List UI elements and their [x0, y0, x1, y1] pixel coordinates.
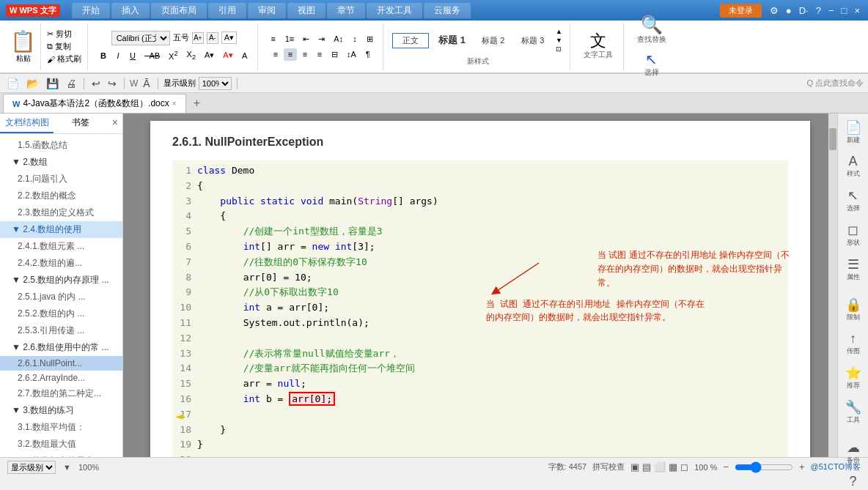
login-button[interactable]: 未登录 — [720, 4, 762, 18]
font-family-select[interactable]: Calibri (正文) — [111, 31, 170, 45]
website-link[interactable]: @51CTO博客 — [811, 461, 861, 472]
indent-increase-btn[interactable]: ⇥ — [315, 33, 328, 45]
pilcrow-btn[interactable]: ¶ — [361, 48, 375, 61]
doc-tab-close-btn[interactable]: × — [172, 100, 177, 108]
rp-new-btn[interactable]: 📄 新建 — [839, 116, 867, 148]
sidebar-tab-structure[interactable]: 文档结构图 — [0, 114, 54, 133]
search-icon[interactable]: D· — [797, 5, 811, 16]
minimize-icon[interactable]: − — [826, 5, 836, 16]
strikethrough-btn[interactable]: −AB — [141, 50, 163, 62]
sidebar-item-19[interactable]: 3.3.将数组中的元素 ... — [0, 453, 122, 457]
view-mode-select[interactable]: 显示级别 — [7, 461, 56, 474]
zoom-out-btn[interactable]: − — [723, 461, 729, 472]
view-icon-2[interactable]: ▤ — [642, 461, 651, 472]
sidebar-item-7[interactable]: 2.4.2.数组的遍... — [0, 255, 122, 272]
rp-style-btn[interactable]: A 样式 — [839, 151, 867, 182]
paste-icon[interactable]: 📋 — [10, 29, 36, 53]
italic-btn[interactable]: I — [111, 50, 125, 62]
style-h3[interactable]: 标题 3 — [515, 33, 551, 48]
restore-icon[interactable]: □ — [839, 5, 850, 16]
sidebar-item-17[interactable]: 3.1.数组平均值： — [0, 419, 122, 436]
zoom-in-btn[interactable]: + — [799, 461, 805, 472]
sidebar-item-15[interactable]: 2.7.数组的第二种定... — [0, 385, 122, 402]
scrollbar-thumb[interactable] — [829, 128, 836, 150]
rp-restrict-btn[interactable]: 🔒 限制 — [839, 294, 867, 325]
align-right-btn[interactable]: ≡ — [298, 48, 312, 61]
format-icon[interactable]: Ā — [141, 77, 152, 90]
save-icon[interactable]: 💾 — [44, 77, 61, 90]
style-h1[interactable]: 标题 1 — [432, 31, 472, 49]
tab-cloud[interactable]: 云服务 — [424, 3, 471, 18]
print-icon[interactable]: 🖨 — [64, 77, 78, 90]
rp-tools-btn[interactable]: 🔧 工具 — [839, 396, 867, 428]
direction-btn[interactable]: A↕ — [330, 33, 347, 45]
rp-props-btn[interactable]: ☰ 属性 — [839, 253, 867, 285]
tab-insert[interactable]: 插入 — [111, 3, 150, 18]
style-normal[interactable]: 正文 — [392, 33, 429, 48]
char-border-btn[interactable]: A — [238, 50, 251, 62]
line-spacing-btn[interactable]: ↕ — [348, 33, 361, 45]
column-btn[interactable]: ⊟ — [328, 48, 342, 61]
spell-check[interactable]: 拼写校查 — [592, 461, 625, 472]
cut-btn[interactable]: ✂剪切 — [47, 29, 81, 40]
sidebar-item-13[interactable]: 2.6.1.NullPoint... — [0, 356, 122, 371]
doc-tab-add-btn[interactable]: + — [186, 94, 207, 113]
open-icon[interactable]: 📂 — [24, 77, 41, 90]
sidebar-item-14[interactable]: 2.6.2.ArrayInde... — [0, 371, 122, 385]
sidebar-tab-bookmark[interactable]: 书签 — [54, 114, 107, 133]
sidebar-item-4[interactable]: 2.3.数组的定义格式 — [0, 204, 122, 221]
help-icon[interactable]: ● — [784, 5, 794, 16]
rp-help-btn[interactable]: ? 帮助 — [839, 471, 867, 490]
question-icon[interactable]: ? — [814, 5, 823, 16]
style-h2[interactable]: 标题 2 — [475, 33, 512, 48]
sidebar-item-2[interactable]: 2.1.问题引入 — [0, 171, 122, 188]
find-replace-btn[interactable]: 🔍 查找替换 — [633, 13, 671, 48]
border-shading-btn[interactable]: ⊞ — [363, 33, 377, 45]
style-expand[interactable]: ⊡ — [556, 45, 562, 53]
rp-select-btn[interactable]: ↖ 选择 — [839, 185, 867, 216]
rp-recommend-btn[interactable]: ⭐ 推荐 — [839, 362, 867, 393]
sidebar-item-10[interactable]: 2.5.2.数组的内 ... — [0, 305, 122, 322]
sidebar-item-3[interactable]: 2.2.数组的概念 — [0, 188, 122, 204]
undo-icon[interactable]: ↩ — [89, 77, 103, 90]
close-icon[interactable]: × — [852, 5, 862, 16]
sidebar-item-0[interactable]: 1.5.函数总结 — [0, 137, 122, 154]
font-color-btn[interactable]: A▾ — [221, 31, 237, 44]
sidebar-item-8[interactable]: ▼ 2.5.数组的内存原理 ... — [0, 272, 122, 289]
view-icon-1[interactable]: ▣ — [630, 461, 639, 472]
font-size-increase[interactable]: A+ — [192, 32, 204, 44]
view-icon-4[interactable]: ▦ — [669, 461, 677, 472]
tab-reference[interactable]: 引用 — [208, 3, 246, 18]
align-justify-btn[interactable]: ≡ — [313, 48, 326, 61]
sidebar-item-1[interactable]: ▼ 2.数组 — [0, 154, 122, 171]
format-paint-btn[interactable]: 🖌格式刷 — [47, 53, 81, 64]
font-size-decrease[interactable]: A- — [207, 32, 218, 44]
underline-btn[interactable]: U — [126, 50, 139, 62]
zoom-select[interactable]: 100% — [199, 77, 232, 90]
font-color-btn2[interactable]: A▾ — [219, 49, 236, 62]
tab-review[interactable]: 审阅 — [248, 3, 286, 18]
sidebar-item-18[interactable]: 3.2.数组最大值 — [0, 436, 122, 453]
sort-btn[interactable]: ↕A — [343, 48, 360, 61]
superscript-btn[interactable]: X2 — [165, 48, 181, 62]
sidebar-item-12[interactable]: ▼ 2.6.数组使用中的常 ... — [0, 339, 122, 356]
rp-upload-btn[interactable]: ↑ 传图 — [839, 328, 867, 359]
highlight-btn[interactable]: A▾ — [201, 49, 218, 62]
style-scroll-down[interactable]: ▼ — [556, 37, 562, 45]
select-btn[interactable]: ↖ 选择 — [637, 49, 666, 81]
sidebar-item-6[interactable]: 2.4.1.数组元素 ... — [0, 238, 122, 255]
numlist-btn[interactable]: 1≡ — [282, 33, 298, 45]
view-icon-3[interactable]: ⬜ — [654, 461, 666, 472]
copy-btn[interactable]: ⧉复制 — [47, 41, 81, 52]
tab-home[interactable]: 开始 — [72, 3, 110, 18]
tab-devtools[interactable]: 开发工具 — [367, 3, 422, 18]
style-scroll-up[interactable]: ▲ — [556, 28, 562, 36]
doc-scroll[interactable]: 2.6.1. NullPointerException 1 class Demo… — [123, 114, 837, 457]
text-tool-btn[interactable]: 文 文字工具 — [579, 30, 617, 63]
tab-layout[interactable]: 页面布局 — [151, 3, 207, 18]
sidebar-item-5[interactable]: ▼ 2.4.数组的使用 — [0, 221, 122, 238]
sidebar-item-11[interactable]: 2.5.3.引用传递 ... — [0, 322, 122, 339]
sidebar-close-btn[interactable]: × — [108, 114, 122, 133]
scrollbar[interactable] — [828, 114, 837, 457]
settings-icon[interactable]: ⚙ — [768, 5, 781, 16]
